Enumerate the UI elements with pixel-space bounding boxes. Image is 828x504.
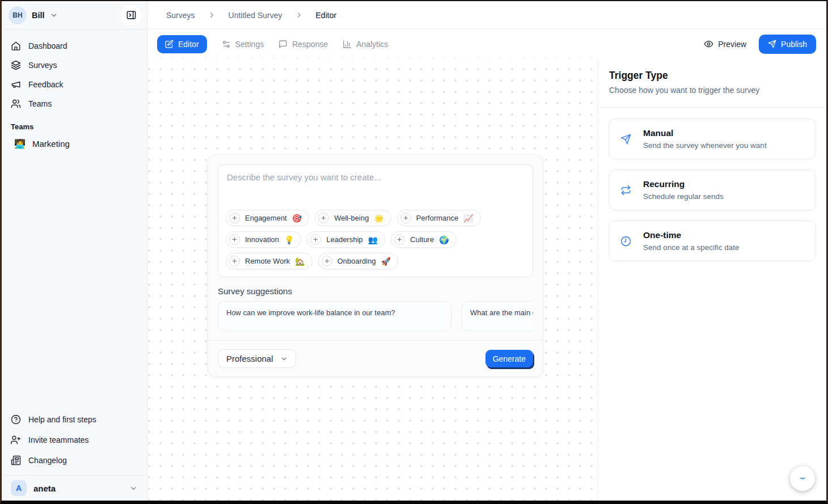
trigger-option-manual[interactable]: Manual Send the survey whenever you want bbox=[609, 118, 816, 159]
workspace-switcher[interactable]: BH Bill bbox=[2, 1, 147, 29]
sidebar-item-invite[interactable]: Invite teammates bbox=[11, 430, 138, 450]
chip-label: Culture bbox=[410, 235, 434, 244]
editor-canvas[interactable]: Engagement 🎯 Well-being 🌟 Performance bbox=[147, 58, 598, 501]
sidebar-item-changelog[interactable]: Changelog bbox=[11, 450, 138, 471]
layers-icon bbox=[11, 60, 21, 70]
tone-select[interactable]: Professional bbox=[218, 349, 296, 368]
chip-remote-work[interactable]: Remote Work 🏡 bbox=[226, 253, 312, 269]
chip-leadership[interactable]: Leadership 👥 bbox=[307, 231, 385, 248]
prompt-box: Engagement 🎯 Well-being 🌟 Performance bbox=[218, 164, 533, 277]
chip-innovation[interactable]: Innovation 💡 bbox=[226, 231, 301, 248]
rocket-emoji-icon: 🚀 bbox=[381, 257, 391, 266]
megaphone-icon bbox=[11, 79, 21, 90]
breadcrumb-surveys[interactable]: Surveys bbox=[166, 11, 195, 20]
chip-label: Performance bbox=[416, 214, 458, 222]
panel-collapse-icon bbox=[126, 10, 137, 20]
newspaper-icon bbox=[11, 455, 21, 465]
suggestions-row: How can we improve work-life balance in … bbox=[218, 301, 533, 331]
sidebar-collapse-button[interactable] bbox=[121, 5, 141, 26]
tab-editor[interactable]: Editor bbox=[157, 35, 207, 53]
target-emoji-icon: 🎯 bbox=[292, 214, 302, 223]
pencil-square-icon bbox=[165, 40, 174, 48]
workspace-name: Bill bbox=[32, 11, 45, 20]
panel-subtitle: Choose how you want to trigger the surve… bbox=[609, 86, 815, 95]
tab-settings[interactable]: Settings bbox=[222, 40, 264, 49]
trigger-type-panel: Trigger Type Choose how you want to trig… bbox=[598, 58, 826, 501]
chevron-down-icon bbox=[50, 11, 58, 19]
chart-emoji-icon: 📈 bbox=[463, 214, 473, 223]
plus-icon bbox=[322, 256, 332, 266]
chip-label: Well-being bbox=[334, 214, 369, 222]
team-name: Marketing bbox=[32, 139, 70, 149]
chip-label: Innovation bbox=[245, 235, 279, 244]
tab-label: Settings bbox=[235, 40, 264, 49]
generate-button[interactable]: Generate bbox=[485, 350, 533, 367]
plus-icon bbox=[400, 213, 411, 223]
panel-header: Trigger Type Choose how you want to trig… bbox=[598, 58, 826, 108]
tab-response[interactable]: Response bbox=[278, 40, 328, 49]
trigger-option-description: Schedule regular sends bbox=[643, 192, 724, 201]
chevron-right-icon bbox=[208, 11, 216, 19]
publish-label: Publish bbox=[781, 40, 807, 49]
plus-icon bbox=[229, 234, 240, 245]
trigger-option-one-time[interactable]: One-time Send once at a specific date bbox=[609, 221, 816, 261]
chat-launcher-button[interactable] bbox=[790, 466, 815, 491]
chip-label: Remote Work bbox=[245, 257, 290, 265]
chip-onboarding[interactable]: Onboarding 🚀 bbox=[318, 253, 398, 269]
plus-icon bbox=[394, 234, 405, 245]
sidebar-team-marketing[interactable]: 🧑‍💻 Marketing bbox=[11, 134, 138, 153]
user-menu[interactable]: A aneta bbox=[2, 475, 147, 501]
survey-description-input[interactable] bbox=[218, 165, 533, 210]
tab-label: Response bbox=[292, 40, 328, 49]
chevron-right-icon bbox=[295, 11, 303, 19]
main-area: Surveys Untitled Survey Editor Editor bbox=[147, 1, 826, 501]
sidebar-item-label: Dashboard bbox=[28, 41, 67, 50]
sidebar-item-dashboard[interactable]: Dashboard bbox=[11, 36, 138, 56]
chip-culture[interactable]: Culture 🌍 bbox=[391, 231, 456, 248]
sidebar-item-label: Teams bbox=[28, 99, 52, 108]
chat-bubble-icon bbox=[278, 40, 288, 49]
editor-toolbar: Editor Settings Response Analytics bbox=[147, 29, 826, 58]
trigger-option-title: Recurring bbox=[643, 179, 724, 189]
people-emoji-icon: 👥 bbox=[368, 235, 378, 244]
sidebar-item-label: Feedback bbox=[28, 80, 63, 89]
chip-label: Leadership bbox=[326, 235, 362, 244]
suggestion-card[interactable]: What are the main ob bbox=[462, 301, 533, 331]
trigger-option-recurring[interactable]: Recurring Schedule regular sends bbox=[609, 170, 816, 210]
user-plus-icon bbox=[11, 435, 21, 445]
chip-label: Engagement bbox=[245, 214, 287, 222]
sliders-icon bbox=[222, 40, 231, 49]
chip-engagement[interactable]: Engagement 🎯 bbox=[226, 210, 309, 226]
sidebar-item-label: Surveys bbox=[28, 61, 57, 70]
breadcrumb-untitled-survey[interactable]: Untitled Survey bbox=[229, 11, 282, 20]
plus-icon bbox=[310, 234, 321, 245]
suggestion-card[interactable]: How can we improve work-life balance in … bbox=[218, 301, 451, 331]
tab-label: Analytics bbox=[356, 40, 388, 49]
plus-icon bbox=[229, 213, 240, 223]
bar-chart-icon bbox=[343, 40, 352, 49]
sidebar-item-help[interactable]: Help and first steps bbox=[11, 409, 138, 430]
publish-button[interactable]: Publish bbox=[759, 35, 816, 54]
preview-button[interactable]: Preview bbox=[704, 39, 746, 49]
tab-analytics[interactable]: Analytics bbox=[343, 40, 388, 49]
sidebar-item-teams[interactable]: Teams bbox=[11, 94, 138, 113]
sidebar-nav: Dashboard Surveys Feedback Teams bbox=[2, 29, 147, 153]
clock-icon bbox=[620, 236, 631, 247]
chip-performance[interactable]: Performance 📈 bbox=[397, 210, 481, 226]
chat-smile-icon bbox=[796, 472, 809, 485]
bulb-emoji-icon: 💡 bbox=[284, 235, 294, 244]
tone-value: Professional bbox=[226, 354, 273, 363]
technologist-emoji-icon: 🧑‍💻 bbox=[14, 138, 26, 149]
send-icon bbox=[768, 40, 776, 48]
sidebar: BH Bill Dashboard Surv bbox=[2, 1, 147, 501]
topic-chips: Engagement 🎯 Well-being 🌟 Performance bbox=[218, 210, 533, 277]
star-emoji-icon: 🌟 bbox=[374, 214, 383, 223]
plus-icon bbox=[229, 256, 240, 266]
sidebar-footer: Help and first steps Invite teammates Ch… bbox=[2, 404, 147, 501]
breadcrumb: Surveys Untitled Survey Editor bbox=[147, 1, 826, 29]
sidebar-item-feedback[interactable]: Feedback bbox=[11, 75, 138, 94]
home-icon bbox=[11, 41, 21, 51]
chip-label: Onboarding bbox=[337, 257, 376, 265]
chip-well-being[interactable]: Well-being 🌟 bbox=[315, 210, 391, 226]
sidebar-item-surveys[interactable]: Surveys bbox=[11, 56, 138, 75]
